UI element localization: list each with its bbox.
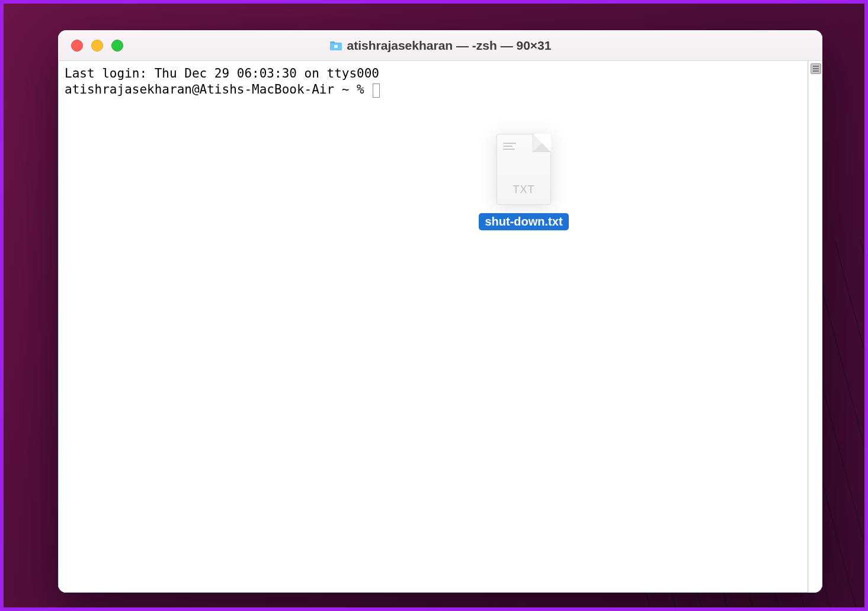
file-name-badge: shut-down.txt: [479, 213, 568, 230]
file-ext-label: TXT: [497, 184, 550, 196]
scrollbar-grip-icon[interactable]: [811, 63, 821, 74]
dragged-file[interactable]: TXT shut-down.txt: [470, 134, 577, 230]
window-title: atishrajasekharan — -zsh — 90×31: [347, 38, 552, 53]
last-login-line: Last login: Thu Dec 29 06:03:30 on ttys0…: [65, 66, 379, 81]
close-button[interactable]: [71, 40, 83, 52]
title-center: atishrajasekharan — -zsh — 90×31: [58, 38, 822, 53]
terminal-body: Last login: Thu Dec 29 06:03:30 on ttys0…: [58, 61, 822, 593]
cursor-icon: [373, 83, 380, 98]
window-titlebar[interactable]: atishrajasekharan — -zsh — 90×31: [58, 30, 822, 61]
window-controls: [58, 40, 123, 52]
shell-prompt: atishrajasekharan@Atishs-MacBook-Air ~ %: [65, 82, 371, 97]
maximize-button[interactable]: [111, 40, 123, 52]
folder-icon: [329, 40, 342, 51]
txt-file-icon: TXT: [497, 134, 551, 205]
scrollbar-track[interactable]: [808, 61, 822, 593]
svg-rect-0: [334, 45, 338, 48]
minimize-button[interactable]: [91, 40, 103, 52]
terminal-window[interactable]: atishrajasekharan — -zsh — 90×31 Last lo…: [58, 30, 822, 593]
terminal-content[interactable]: Last login: Thu Dec 29 06:03:30 on ttys0…: [58, 61, 808, 593]
